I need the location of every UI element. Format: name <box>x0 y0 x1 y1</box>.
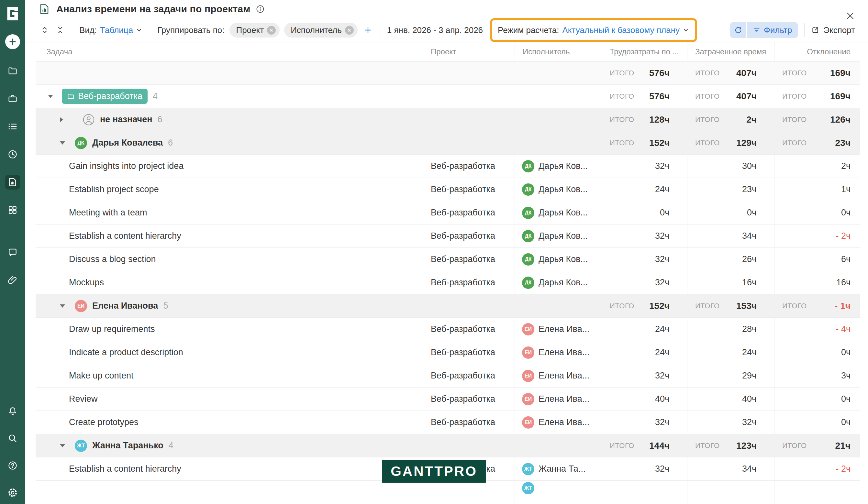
sidebar-bottom <box>0 404 25 500</box>
hours-cell: 24ч <box>602 318 688 340</box>
hours-value: 32ч <box>655 464 669 474</box>
export-button[interactable]: Экспорт <box>811 25 855 35</box>
table-row-task[interactable]: MockupsВеб-разработкаДКДарья Ков...32ч16… <box>35 271 860 294</box>
hours-value: 2ч <box>841 161 850 171</box>
collapse-all-icon[interactable] <box>56 25 65 35</box>
hours-cell: 32ч <box>602 155 688 178</box>
chip-remove-icon[interactable] <box>267 26 276 35</box>
hours-value: 16ч <box>836 277 850 287</box>
table-row-task[interactable]: Establish a content hierarchyВеб-разрабо… <box>35 224 860 248</box>
table-row-task[interactable]: ЖТ <box>35 481 860 504</box>
hours-cell: 16ч <box>774 271 860 294</box>
project-badge-label: Веб-разработка <box>78 91 142 101</box>
group-count: 5 <box>163 301 168 311</box>
hours-cell: 34ч <box>688 458 774 480</box>
task-assignee-cell: ДКДарья Ков... <box>515 224 602 248</box>
time-log-clock-icon[interactable] <box>5 147 20 162</box>
expander-icon[interactable] <box>60 444 65 448</box>
table-row-group[interactable]: Веб-разработка4ИТОГО576чИТОГО407чИТОГО16… <box>35 85 860 108</box>
table-body: ИТОГО576чИТОГО407чИТОГО169чВеб-разработк… <box>35 62 860 504</box>
total-label: ИТОГО <box>610 69 634 77</box>
table-row-group[interactable]: ЖТЖанна Таранько4ИТОГО144чИТОГО123чИТОГО… <box>35 434 860 458</box>
portfolio-briefcase-icon[interactable] <box>5 91 20 106</box>
task-list-icon[interactable] <box>5 119 20 134</box>
avatar: ЕИ <box>522 393 534 405</box>
task-name-cell: Establish a content hierarchy <box>35 224 423 248</box>
hours-value: 34ч <box>742 231 756 241</box>
info-icon[interactable] <box>256 4 265 13</box>
total-label: ИТОГО <box>695 69 720 77</box>
settings-gear-icon[interactable] <box>5 485 20 500</box>
column-header-project[interactable]: Проект <box>423 42 515 61</box>
mode-value: Актуальный к базовому плану <box>562 25 680 35</box>
filter-button[interactable]: Фильтр <box>747 22 798 38</box>
task-name-cell <box>35 481 423 504</box>
hours-cell: 40ч <box>602 388 688 410</box>
column-header-task[interactable]: Задача <box>35 42 423 61</box>
hours-cell: 28ч <box>688 318 774 340</box>
apps-grid-icon[interactable] <box>5 202 20 217</box>
table-row-group[interactable]: не назначен6ИТОГО128чИТОГО2чИТОГО126ч <box>35 108 860 132</box>
unassigned-person-icon <box>73 114 95 126</box>
hours-cell: ИТОГО129ч <box>688 132 774 154</box>
chip-remove-icon[interactable] <box>345 26 354 35</box>
hours-cell: 32ч <box>602 248 688 271</box>
total-label: ИТОГО <box>782 139 807 147</box>
hours-cell: ИТОГО2ч <box>688 108 774 131</box>
hours-cell: - 4ч <box>774 318 860 340</box>
expander-icon[interactable] <box>48 95 53 98</box>
task-project-cell: Веб-разработка <box>423 224 515 248</box>
expander-icon[interactable] <box>60 141 65 145</box>
assignee-name: Дарья Ков... <box>538 231 588 241</box>
group-count: 6 <box>168 138 173 148</box>
column-header-planned[interactable]: Трудозатраты по ... <box>602 42 688 61</box>
table-row-task[interactable]: Discuss a blog sectionВеб-разработкаДКДа… <box>35 248 860 271</box>
expander-icon[interactable] <box>60 304 65 308</box>
help-icon[interactable] <box>5 458 20 473</box>
table-row-task[interactable]: Gain insights into project ideaВеб-разра… <box>35 155 860 178</box>
add-grouping-icon[interactable] <box>363 25 372 35</box>
search-icon[interactable] <box>5 431 20 446</box>
hours-value: 24ч <box>655 324 669 334</box>
table-row-task[interactable]: ReviewВеб-разработкаЕИЕлена Ива...40ч40ч… <box>35 388 860 411</box>
avatar: ДК <box>522 207 534 219</box>
table-row-task[interactable]: Make up contentВеб-разработкаЕИЕлена Ива… <box>35 364 860 388</box>
attachments-paperclip-icon[interactable] <box>5 273 20 287</box>
table-row-task[interactable]: Establish project scopeВеб-разработкаДКД… <box>35 178 860 201</box>
total-label: ИТОГО <box>695 302 720 310</box>
project-badge[interactable]: Веб-разработка <box>62 88 147 104</box>
column-header-spent[interactable]: Затраченное время <box>688 42 774 61</box>
hours-cell: ИТОГО407ч <box>688 62 774 84</box>
column-header-assignee[interactable]: Исполнитель <box>515 42 602 61</box>
table-row-task[interactable]: Draw up requirementsВеб-разработкаЕИЕлен… <box>35 318 860 341</box>
expander-icon[interactable] <box>60 117 63 122</box>
hours-value: 129ч <box>736 138 757 148</box>
assignee-name: Жанна Та... <box>538 464 586 474</box>
refresh-button[interactable] <box>730 22 746 38</box>
view-value-link[interactable]: Таблица <box>100 25 133 35</box>
chip-assignee[interactable]: Исполнитель <box>284 23 358 38</box>
chip-project[interactable]: Проект <box>229 23 280 38</box>
create-new-button[interactable] <box>5 34 20 49</box>
date-range[interactable]: 1 янв. 2026 - 3 апр. 2026 <box>387 25 483 35</box>
hours-value: 0ч <box>841 347 850 357</box>
reports-icon[interactable] <box>5 175 20 190</box>
ganttpro-logo[interactable] <box>4 4 21 23</box>
avatar: ЕИ <box>522 346 534 359</box>
table-row-group[interactable]: ИТОГО576чИТОГО407чИТОГО169ч <box>35 62 860 85</box>
chevron-down-icon <box>682 27 689 34</box>
hours-value: 128ч <box>649 115 670 125</box>
notifications-bell-icon[interactable] <box>5 404 20 419</box>
hours-value: 23ч <box>835 138 850 148</box>
table-row-task[interactable]: Create prototypesВеб-разработкаЕИЕлена И… <box>35 411 860 434</box>
chevron-down-icon[interactable] <box>136 27 143 34</box>
table-row-group[interactable]: ДКДарья Ковалева6ИТОГО152чИТОГО129чИТОГО… <box>35 132 860 155</box>
projects-folder-icon[interactable] <box>5 63 20 78</box>
expand-all-icon[interactable] <box>40 25 49 35</box>
calculation-mode-select[interactable]: Режим расчета: Актуальный к базовому пла… <box>490 18 697 42</box>
comments-icon[interactable] <box>5 245 20 260</box>
table-row-task[interactable]: Meeting with a teamВеб-разработкаДКДарья… <box>35 201 860 224</box>
table-row-task[interactable]: Indicate a product descriptionВеб-разраб… <box>35 341 860 364</box>
table-row-group[interactable]: ЕИЕлена Иванова5ИТОГО152чИТОГО153чИТОГО-… <box>35 294 860 318</box>
column-header-deviation[interactable]: Отклонение <box>774 42 860 61</box>
